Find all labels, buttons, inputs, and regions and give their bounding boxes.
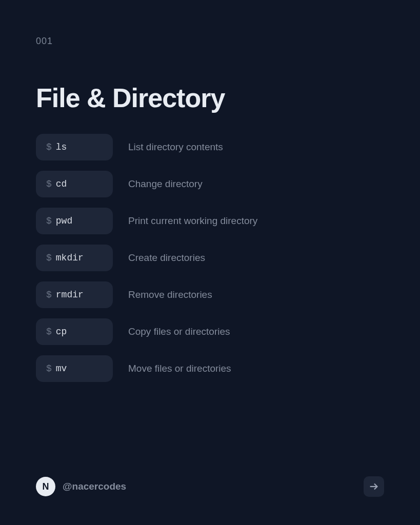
command-text: ls — [56, 142, 67, 152]
prompt-symbol: $ — [46, 142, 52, 152]
command-description: List directory contents — [128, 142, 223, 153]
command-row: $ pwd Print current working directory — [36, 208, 384, 234]
command-row: $ mkdir Create directories — [36, 245, 384, 271]
page-number: 001 — [36, 36, 384, 47]
command-row: $ mv Move files or directories — [36, 355, 384, 382]
command-pill: $ cp — [36, 318, 113, 345]
prompt-symbol: $ — [46, 364, 52, 374]
command-row: $ ls List directory contents — [36, 134, 384, 160]
arrow-right-icon — [368, 481, 379, 492]
prompt-symbol: $ — [46, 253, 52, 263]
command-pill: $ mkdir — [36, 245, 113, 271]
command-text: cd — [56, 179, 67, 189]
command-description: Change directory — [128, 178, 203, 190]
command-description: Copy files or directories — [128, 326, 230, 337]
command-text: pwd — [56, 216, 72, 226]
command-pill: $ pwd — [36, 208, 113, 234]
prompt-symbol: $ — [46, 290, 52, 300]
command-list: $ ls List directory contents $ cd Change… — [36, 134, 384, 382]
command-row: $ rmdir Remove directories — [36, 281, 384, 308]
footer-author: N @nacercodes — [36, 477, 126, 496]
command-description: Remove directories — [128, 289, 212, 300]
command-row: $ cd Change directory — [36, 171, 384, 197]
prompt-symbol: $ — [46, 216, 52, 226]
command-pill: $ ls — [36, 134, 113, 160]
command-pill: $ mv — [36, 355, 113, 382]
command-text: mv — [56, 364, 67, 374]
avatar: N — [36, 477, 55, 496]
page-title: File & Directory — [36, 83, 384, 113]
command-pill: $ rmdir — [36, 281, 113, 308]
command-row: $ cp Copy files or directories — [36, 318, 384, 345]
command-pill: $ cd — [36, 171, 113, 197]
next-button[interactable] — [364, 476, 384, 497]
command-text: mkdir — [56, 253, 84, 263]
author-handle: @nacercodes — [63, 481, 126, 492]
command-text: rmdir — [56, 290, 84, 300]
command-description: Move files or directories — [128, 363, 231, 374]
prompt-symbol: $ — [46, 179, 52, 189]
command-description: Print current working directory — [128, 215, 257, 227]
footer: N @nacercodes — [36, 476, 384, 497]
command-description: Create directories — [128, 252, 205, 264]
command-text: cp — [56, 327, 67, 337]
prompt-symbol: $ — [46, 327, 52, 337]
